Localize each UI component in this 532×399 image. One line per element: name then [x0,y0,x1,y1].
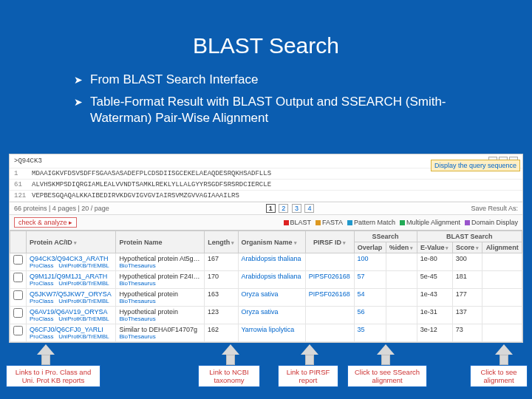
col-acid[interactable]: Protein AC/ID▾ [27,231,116,253]
slide-title: BLAST Search [0,0,532,72]
row-checkbox[interactable] [13,273,23,282]
col-length[interactable]: Length▾ [204,231,238,253]
swatch-icon [284,220,289,225]
cell-evalue: 3e-12 [417,324,452,342]
legend-item: Pattern Match [347,219,395,226]
overlap-link[interactable]: 35 [358,326,365,333]
cell-evalue: 5e-45 [417,271,452,289]
proclass-link[interactable]: ProClass [30,298,53,304]
pirsf-link[interactable]: PIPSF026168 [309,290,350,298]
cell-pirsf [305,253,354,271]
overlap-link[interactable]: 100 [358,255,369,262]
page-link[interactable]: 1 [266,204,276,213]
biothesaurus-link[interactable]: BioThesaurus [119,280,155,287]
row-checkbox[interactable] [13,308,23,318]
arrow-up-icon [37,344,55,365]
protein-ac-link[interactable]: Q6AV19/Q6AV19_ORYSA [30,308,108,316]
uniprot-link[interactable]: UniProtKB/TrEMBL [58,333,109,340]
cell-overlap: 35 [354,324,386,342]
row-checkbox[interactable] [13,326,23,335]
result-summary: 66 proteins | 4 pages | 20 / page [14,205,109,212]
save-result-label: Save Result As: [471,205,518,212]
cell-acid: Q9M1J1/Q9M1J1_ARATHProClass UniProtKB/Tr… [27,271,116,289]
action-bar: check & analyze ▸ BLAST FASTA Pattern Ma… [10,215,522,231]
cell-pctiden [386,271,417,289]
cell-evalue: 1e-31 [417,307,452,324]
table-row: Q6CFJ0/Q6CFJ0_YARLIProClass UniProtKB/Tr… [10,324,522,342]
organism-link[interactable]: Arabidopsis thaliana [242,273,301,280]
biothesaurus-link[interactable]: BioThesaurus [119,298,155,304]
cell-overlap: 57 [354,271,386,289]
overlap-link[interactable]: 56 [358,308,365,316]
cell-pirsf: PIPSF026168 [305,271,354,289]
cell-length: 170 [204,271,238,289]
col-pctiden[interactable]: %iden▾ [386,242,417,253]
col-evalue[interactable]: E-Value▾ [417,242,452,253]
row-checkbox[interactable] [13,255,23,265]
col-group-ssearch: SSearch [354,231,417,242]
cell-acid: Q94CK3/Q94CK3_ARATHProClass UniProtKB/Tr… [27,253,116,271]
proclass-link[interactable]: ProClass [30,333,53,340]
col-group-blast: BLAST Search [417,231,522,242]
overlap-link[interactable]: 54 [358,290,365,298]
cell-evalue: 1e-80 [417,253,452,271]
callout-blast-alignment: Click to see alignment [470,365,528,387]
cell-organism: Yarrowia lipolytica [238,324,305,342]
page-link[interactable]: 2 [279,204,288,213]
query-id: >Q94CK3 [14,157,42,165]
cell-alignment [482,324,522,342]
cell-overlap: 54 [354,289,386,307]
col-alignment[interactable]: Alignment [482,242,522,253]
cell-protein-name: Hypothetical protein F24I…BioThesaurus [116,271,205,289]
row-checkbox[interactable] [13,290,23,300]
organism-link[interactable]: Oryza sativa [242,308,279,316]
cell-length: 123 [204,307,238,324]
biothesaurus-link[interactable]: BioThesaurus [119,262,155,269]
uniprot-link[interactable]: UniProtKB/TrEMBL [58,280,109,287]
cell-score: 181 [452,271,482,289]
cell-pirsf: PIPSF026168 [305,289,354,307]
page-link[interactable]: 4 [304,204,314,213]
uniprot-link[interactable]: UniProtKB/TrEMBL [58,316,109,322]
uniprot-link[interactable]: UniProtKB/TrEMBL [58,298,109,304]
col-overlap[interactable]: Overlap [354,242,386,253]
col-organism[interactable]: Organism Name▾ [238,231,305,253]
cell-protein-name: Similar to DEHA0F14707gBioThesaurus [116,324,205,342]
pirsf-link[interactable]: PIPSF026168 [309,273,350,280]
proclass-link[interactable]: ProClass [30,262,53,269]
cell-alignment [482,271,522,289]
col-protein-name[interactable]: Protein Name [116,231,205,253]
bullet-list: ➤ From BLAST Search Interface ➤ Table-Fo… [0,72,532,126]
cell-pctiden [386,253,417,271]
organism-link[interactable]: Arabidopsis thaliana [242,255,301,262]
page-link[interactable]: 3 [292,204,301,213]
proclass-link[interactable]: ProClass [30,316,53,322]
cell-pirsf [305,324,354,342]
col-pirsf[interactable]: PIRSF ID▾ [305,231,354,253]
overlap-link[interactable]: 57 [358,273,365,280]
uniprot-link[interactable]: UniProtKB/TrEMBL [58,262,109,269]
col-score[interactable]: Score▾ [452,242,482,253]
legend: BLAST FASTA Pattern Match Multiple Align… [284,219,518,226]
callout-pirsf-report: Link to PIRSF report [278,365,338,387]
cell-length: 163 [204,289,238,307]
biothesaurus-link[interactable]: BioThesaurus [119,333,155,340]
cell-organism: Arabidopsis thaliana [238,271,305,289]
organism-link[interactable]: Oryza sativa [242,290,279,298]
biothesaurus-link[interactable]: BioThesaurus [119,316,155,322]
arrow-up-icon [222,344,239,365]
results-table: Protein AC/ID▾ Protein Name Length▾ Orga… [10,231,522,342]
cell-alignment [482,253,522,271]
swatch-icon [347,220,352,225]
protein-ac-link[interactable]: Q94CK3/Q94CK3_ARATH [30,255,108,262]
organism-link[interactable]: Yarrowia lipolytica [242,326,295,333]
table-row: Q9M1J1/Q9M1J1_ARATHProClass UniProtKB/Tr… [10,271,522,289]
callout-ncbi-taxonomy: Link to NCBI taxonomy [198,365,260,387]
cell-evalue: 1e-43 [417,289,452,307]
protein-ac-link[interactable]: Q5JKW7/Q5JKW7_ORYSA [30,290,112,298]
protein-ac-link[interactable]: Q6CFJ0/Q6CFJ0_YARLI [30,326,103,333]
cell-score: 137 [452,307,482,324]
check-analyze-button[interactable]: check & analyze ▸ [14,217,77,228]
proclass-link[interactable]: ProClass [30,280,53,287]
protein-ac-link[interactable]: Q9M1J1/Q9M1J1_ARATH [30,273,107,280]
